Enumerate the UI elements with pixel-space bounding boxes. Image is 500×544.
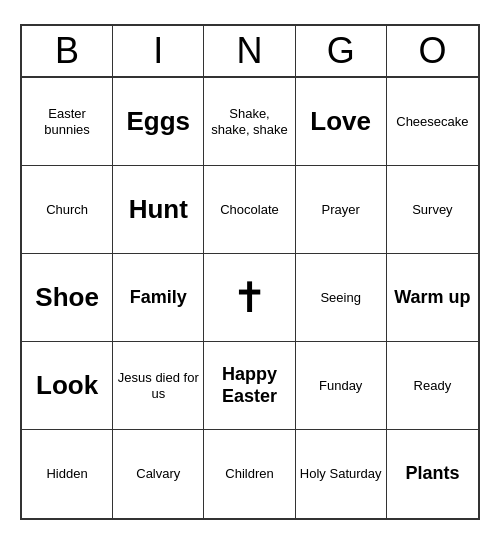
bingo-cell-12: ✝ <box>204 254 295 342</box>
bingo-header: BINGO <box>22 26 478 78</box>
bingo-cell-5: Church <box>22 166 113 254</box>
cell-text-23: Holy Saturday <box>300 466 382 482</box>
bingo-cell-2: Shake, shake, shake <box>204 78 295 166</box>
bingo-cell-6: Hunt <box>113 166 204 254</box>
cell-text-1: Eggs <box>127 106 191 137</box>
cell-text-8: Prayer <box>322 202 360 218</box>
bingo-cell-18: Funday <box>296 342 387 430</box>
bingo-cell-15: Look <box>22 342 113 430</box>
bingo-cell-20: Hidden <box>22 430 113 518</box>
bingo-cell-3: Love <box>296 78 387 166</box>
bingo-cell-21: Calvary <box>113 430 204 518</box>
bingo-cell-13: Seeing <box>296 254 387 342</box>
bingo-cell-11: Family <box>113 254 204 342</box>
cell-text-5: Church <box>46 202 88 218</box>
cell-text-14: Warm up <box>394 287 470 309</box>
bingo-cell-17: Happy Easter <box>204 342 295 430</box>
bingo-grid: Easter bunniesEggsShake, shake, shakeLov… <box>22 78 478 518</box>
header-letter-n: N <box>204 26 295 76</box>
cell-text-16: Jesus died for us <box>117 370 199 401</box>
bingo-cell-4: Cheesecake <box>387 78 478 166</box>
bingo-cell-24: Plants <box>387 430 478 518</box>
bingo-card: BINGO Easter bunniesEggsShake, shake, sh… <box>20 24 480 520</box>
bingo-cell-16: Jesus died for us <box>113 342 204 430</box>
header-letter-g: G <box>296 26 387 76</box>
header-letter-o: O <box>387 26 478 76</box>
cell-text-19: Ready <box>414 378 452 394</box>
bingo-cell-10: Shoe <box>22 254 113 342</box>
cell-text-17: Happy Easter <box>208 364 290 407</box>
bingo-cell-9: Survey <box>387 166 478 254</box>
bingo-cell-0: Easter bunnies <box>22 78 113 166</box>
header-letter-i: I <box>113 26 204 76</box>
cell-text-3: Love <box>310 106 371 137</box>
bingo-cell-23: Holy Saturday <box>296 430 387 518</box>
cell-text-2: Shake, shake, shake <box>208 106 290 137</box>
cell-text-15: Look <box>36 370 98 401</box>
cell-text-22: Children <box>225 466 273 482</box>
header-letter-b: B <box>22 26 113 76</box>
cell-text-6: Hunt <box>129 194 188 225</box>
cell-text-7: Chocolate <box>220 202 279 218</box>
cell-text-12: ✝ <box>232 277 267 319</box>
bingo-cell-22: Children <box>204 430 295 518</box>
cell-text-13: Seeing <box>320 290 360 306</box>
cell-text-11: Family <box>130 287 187 309</box>
bingo-cell-14: Warm up <box>387 254 478 342</box>
bingo-cell-1: Eggs <box>113 78 204 166</box>
bingo-cell-7: Chocolate <box>204 166 295 254</box>
cell-text-21: Calvary <box>136 466 180 482</box>
cell-text-4: Cheesecake <box>396 114 468 130</box>
bingo-cell-8: Prayer <box>296 166 387 254</box>
cell-text-18: Funday <box>319 378 362 394</box>
cell-text-20: Hidden <box>46 466 87 482</box>
bingo-cell-19: Ready <box>387 342 478 430</box>
cell-text-24: Plants <box>405 463 459 485</box>
cell-text-0: Easter bunnies <box>26 106 108 137</box>
cell-text-9: Survey <box>412 202 452 218</box>
cell-text-10: Shoe <box>35 282 99 313</box>
